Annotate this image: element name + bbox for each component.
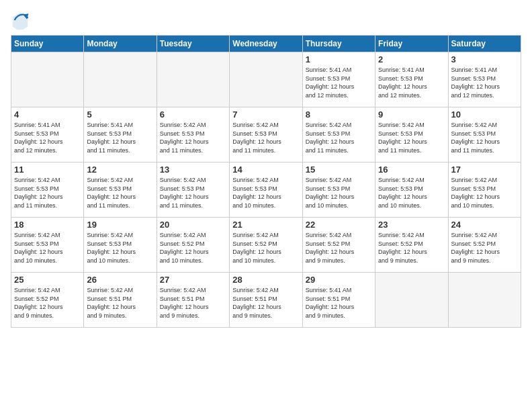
header-tuesday: Tuesday — [157, 36, 229, 52]
day-info: Sunrise: 5:42 AM Sunset: 5:51 PM Dayligh… — [160, 286, 226, 320]
page-header — [11, 11, 521, 30]
calendar-cell — [157, 52, 229, 107]
day-number: 26 — [87, 275, 153, 285]
day-number: 18 — [14, 220, 81, 230]
calendar-table: SundayMondayTuesdayWednesdayThursdayFrid… — [11, 35, 521, 328]
calendar-cell: 18Sunrise: 5:42 AM Sunset: 5:53 PM Dayli… — [11, 218, 84, 273]
day-number: 27 — [160, 275, 226, 285]
day-number: 20 — [160, 220, 226, 230]
day-info: Sunrise: 5:41 AM Sunset: 5:51 PM Dayligh… — [306, 286, 372, 320]
day-info: Sunrise: 5:42 AM Sunset: 5:53 PM Dayligh… — [451, 176, 518, 210]
calendar-body: 1Sunrise: 5:41 AM Sunset: 5:53 PM Daylig… — [11, 52, 521, 328]
day-info: Sunrise: 5:42 AM Sunset: 5:52 PM Dayligh… — [232, 231, 299, 265]
logo-icon — [11, 11, 30, 30]
day-number: 9 — [378, 109, 445, 120]
header-thursday: Thursday — [302, 36, 375, 52]
day-info: Sunrise: 5:41 AM Sunset: 5:53 PM Dayligh… — [14, 121, 81, 154]
header-wednesday: Wednesday — [230, 36, 302, 52]
calendar-cell — [84, 52, 157, 107]
calendar-cell: 4Sunrise: 5:41 AM Sunset: 5:53 PM Daylig… — [11, 107, 84, 163]
calendar-cell: 8Sunrise: 5:42 AM Sunset: 5:53 PM Daylig… — [302, 107, 375, 163]
day-number: 23 — [378, 220, 445, 230]
day-number: 21 — [232, 220, 299, 230]
day-number: 16 — [378, 165, 445, 175]
calendar-cell — [230, 52, 302, 107]
day-info: Sunrise: 5:42 AM Sunset: 5:53 PM Dayligh… — [14, 231, 81, 265]
calendar-cell: 14Sunrise: 5:42 AM Sunset: 5:53 PM Dayli… — [230, 163, 302, 218]
week-row-4: 25Sunrise: 5:42 AM Sunset: 5:52 PM Dayli… — [11, 273, 521, 328]
header-friday: Friday — [375, 36, 448, 52]
day-number: 29 — [306, 275, 372, 285]
day-number: 19 — [87, 220, 153, 230]
day-number: 5 — [87, 109, 153, 120]
header-monday: Monday — [84, 36, 157, 52]
calendar-cell: 2Sunrise: 5:41 AM Sunset: 5:53 PM Daylig… — [375, 52, 448, 107]
day-number: 11 — [14, 165, 81, 175]
day-number: 13 — [160, 165, 226, 175]
calendar-cell: 17Sunrise: 5:42 AM Sunset: 5:53 PM Dayli… — [448, 163, 521, 218]
calendar-header: SundayMondayTuesdayWednesdayThursdayFrid… — [11, 36, 521, 52]
day-info: Sunrise: 5:42 AM Sunset: 5:53 PM Dayligh… — [451, 121, 518, 154]
day-info: Sunrise: 5:42 AM Sunset: 5:52 PM Dayligh… — [378, 231, 445, 265]
calendar-cell: 3Sunrise: 5:41 AM Sunset: 5:53 PM Daylig… — [448, 52, 521, 107]
calendar-cell: 9Sunrise: 5:42 AM Sunset: 5:53 PM Daylig… — [375, 107, 448, 163]
day-info: Sunrise: 5:42 AM Sunset: 5:53 PM Dayligh… — [306, 176, 372, 210]
week-row-1: 4Sunrise: 5:41 AM Sunset: 5:53 PM Daylig… — [11, 107, 521, 163]
day-info: Sunrise: 5:42 AM Sunset: 5:53 PM Dayligh… — [232, 176, 299, 210]
day-info: Sunrise: 5:41 AM Sunset: 5:53 PM Dayligh… — [378, 66, 445, 99]
calendar-cell — [11, 52, 84, 107]
day-number: 28 — [232, 275, 299, 285]
header-sunday: Sunday — [11, 36, 84, 52]
day-info: Sunrise: 5:41 AM Sunset: 5:53 PM Dayligh… — [306, 66, 372, 99]
day-number: 2 — [378, 54, 445, 64]
calendar-cell: 27Sunrise: 5:42 AM Sunset: 5:51 PM Dayli… — [157, 273, 229, 328]
calendar-cell: 13Sunrise: 5:42 AM Sunset: 5:53 PM Dayli… — [157, 163, 229, 218]
day-number: 24 — [451, 220, 518, 230]
calendar-cell: 19Sunrise: 5:42 AM Sunset: 5:53 PM Dayli… — [84, 218, 157, 273]
day-number: 17 — [451, 165, 518, 175]
day-number: 15 — [306, 165, 372, 175]
calendar-cell: 1Sunrise: 5:41 AM Sunset: 5:53 PM Daylig… — [302, 52, 375, 107]
week-row-3: 18Sunrise: 5:42 AM Sunset: 5:53 PM Dayli… — [11, 218, 521, 273]
day-number: 7 — [232, 109, 299, 120]
day-info: Sunrise: 5:42 AM Sunset: 5:53 PM Dayligh… — [378, 176, 445, 210]
day-number: 1 — [306, 54, 372, 64]
calendar-cell: 28Sunrise: 5:42 AM Sunset: 5:51 PM Dayli… — [230, 273, 302, 328]
day-info: Sunrise: 5:42 AM Sunset: 5:52 PM Dayligh… — [14, 286, 81, 320]
day-number: 3 — [451, 54, 518, 64]
calendar-cell: 25Sunrise: 5:42 AM Sunset: 5:52 PM Dayli… — [11, 273, 84, 328]
day-info: Sunrise: 5:42 AM Sunset: 5:52 PM Dayligh… — [306, 231, 372, 265]
calendar-cell: 23Sunrise: 5:42 AM Sunset: 5:52 PM Dayli… — [375, 218, 448, 273]
calendar-cell: 15Sunrise: 5:42 AM Sunset: 5:53 PM Dayli… — [302, 163, 375, 218]
calendar-cell: 26Sunrise: 5:42 AM Sunset: 5:51 PM Dayli… — [84, 273, 157, 328]
header-row: SundayMondayTuesdayWednesdayThursdayFrid… — [11, 36, 521, 52]
day-info: Sunrise: 5:42 AM Sunset: 5:52 PM Dayligh… — [451, 231, 518, 265]
day-info: Sunrise: 5:42 AM Sunset: 5:53 PM Dayligh… — [160, 176, 226, 210]
day-info: Sunrise: 5:41 AM Sunset: 5:53 PM Dayligh… — [451, 66, 518, 99]
week-row-0: 1Sunrise: 5:41 AM Sunset: 5:53 PM Daylig… — [11, 52, 521, 107]
calendar-cell: 12Sunrise: 5:42 AM Sunset: 5:53 PM Dayli… — [84, 163, 157, 218]
header-saturday: Saturday — [448, 36, 521, 52]
day-info: Sunrise: 5:41 AM Sunset: 5:53 PM Dayligh… — [87, 121, 153, 154]
calendar-cell: 11Sunrise: 5:42 AM Sunset: 5:53 PM Dayli… — [11, 163, 84, 218]
calendar-cell: 22Sunrise: 5:42 AM Sunset: 5:52 PM Dayli… — [302, 218, 375, 273]
day-info: Sunrise: 5:42 AM Sunset: 5:53 PM Dayligh… — [378, 121, 445, 154]
calendar-cell: 20Sunrise: 5:42 AM Sunset: 5:52 PM Dayli… — [157, 218, 229, 273]
day-number: 8 — [306, 109, 372, 120]
calendar-cell: 6Sunrise: 5:42 AM Sunset: 5:53 PM Daylig… — [157, 107, 229, 163]
calendar-cell: 7Sunrise: 5:42 AM Sunset: 5:53 PM Daylig… — [230, 107, 302, 163]
day-number: 6 — [160, 109, 226, 120]
day-number: 4 — [14, 109, 81, 120]
calendar-cell — [375, 273, 448, 328]
day-info: Sunrise: 5:42 AM Sunset: 5:53 PM Dayligh… — [160, 121, 226, 154]
day-number: 25 — [14, 275, 81, 285]
day-number: 14 — [232, 165, 299, 175]
day-info: Sunrise: 5:42 AM Sunset: 5:53 PM Dayligh… — [232, 121, 299, 154]
day-info: Sunrise: 5:42 AM Sunset: 5:53 PM Dayligh… — [306, 121, 372, 154]
calendar-cell: 16Sunrise: 5:42 AM Sunset: 5:53 PM Dayli… — [375, 163, 448, 218]
day-number: 22 — [306, 220, 372, 230]
day-info: Sunrise: 5:42 AM Sunset: 5:51 PM Dayligh… — [87, 286, 153, 320]
calendar-cell: 24Sunrise: 5:42 AM Sunset: 5:52 PM Dayli… — [448, 218, 521, 273]
day-info: Sunrise: 5:42 AM Sunset: 5:53 PM Dayligh… — [14, 176, 81, 210]
week-row-2: 11Sunrise: 5:42 AM Sunset: 5:53 PM Dayli… — [11, 163, 521, 218]
